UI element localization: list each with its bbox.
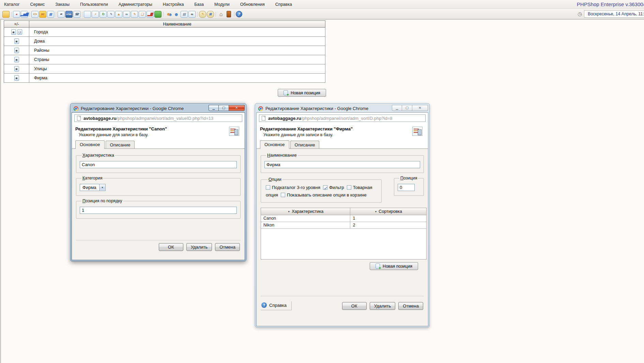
doc-refresh-icon[interactable]: ↻: [99, 11, 107, 18]
sort-arrow-icon[interactable]: ▼: [374, 210, 377, 213]
catalog-row-label[interactable]: Улицы: [29, 64, 325, 74]
code-export-icon[interactable]: <>: [31, 11, 39, 18]
address-box[interactable]: avtobaggage.ru/phpshop/admpanel/sort/adm…: [259, 114, 426, 122]
doc-sign-icon[interactable]: ✎: [107, 11, 114, 18]
address-box[interactable]: avtobaggage.ru/phpshop/admpanel/sort/adm…: [74, 114, 242, 122]
menu-item[interactable]: База: [194, 1, 204, 7]
catalog-header-toggle[interactable]: +/-: [4, 21, 29, 28]
cancel-button[interactable]: Отмена: [398, 302, 423, 310]
help-icon[interactable]: ?: [236, 11, 242, 17]
maximize-button[interactable]: [219, 105, 229, 111]
option-checkbox[interactable]: Подкаталог 3-го уровня: [266, 185, 320, 190]
doc-import-icon[interactable]: ⚡: [92, 11, 99, 18]
name-input[interactable]: [264, 161, 420, 168]
catalog-row[interactable]: Страны: [4, 55, 325, 64]
catalog-row[interactable]: Фирма: [4, 74, 325, 83]
ok-button[interactable]: ОК: [342, 302, 367, 310]
catalog-row-label[interactable]: Районы: [29, 46, 325, 55]
column-header-characteristic[interactable]: ▼Характеристика: [261, 208, 350, 215]
minimize-button[interactable]: [209, 105, 219, 111]
find-doc-icon[interactable]: ∞: [188, 11, 196, 18]
view-icon[interactable]: [14, 57, 19, 62]
open-folder-icon[interactable]: [2, 11, 10, 18]
catalog-row-label[interactable]: Дома: [29, 37, 325, 46]
tab-main[interactable]: Основное: [260, 140, 289, 149]
new-position-button[interactable]: Новая позиция: [278, 89, 326, 97]
home-icon[interactable]: ⌂: [217, 11, 225, 18]
menu-item[interactable]: Настройка: [162, 1, 185, 7]
checkbox-icon[interactable]: [281, 193, 285, 197]
users-icon[interactable]: ☻: [165, 11, 172, 18]
view-icon[interactable]: [14, 48, 19, 53]
column-header-sort[interactable]: ▼Сортировка: [350, 208, 426, 215]
html-icon[interactable]: HTML: [65, 11, 73, 18]
view-icon[interactable]: [11, 29, 16, 35]
menu-item[interactable]: Каталог: [3, 1, 20, 7]
plugin-icon[interactable]: [154, 11, 162, 18]
characteristic-name-cell[interactable]: Nikon: [261, 222, 350, 228]
backup-icon[interactable]: ▦: [47, 11, 54, 18]
stats-icon[interactable]: ▂▅▇: [21, 11, 28, 18]
maximize-button[interactable]: [402, 105, 412, 111]
title-bar[interactable]: Редактирование Характеристики - Google C…: [256, 105, 428, 112]
catalog-row[interactable]: Дома: [4, 37, 325, 46]
view-icon[interactable]: [14, 38, 19, 44]
checkbox-icon[interactable]: [323, 185, 327, 190]
copy-icon[interactable]: [17, 29, 22, 35]
catalog-header-name[interactable]: Наименование: [29, 21, 325, 28]
view-icon[interactable]: [14, 66, 19, 72]
db-save-icon[interactable]: ▦: [207, 11, 214, 18]
doc-stats-icon[interactable]: ▂▇: [147, 11, 154, 18]
phone-icon[interactable]: ☎: [73, 11, 80, 18]
new-doc-icon[interactable]: [84, 11, 91, 18]
position-input[interactable]: [80, 207, 237, 214]
user-icon[interactable]: ☻: [173, 11, 180, 18]
ok-button[interactable]: ОК: [159, 243, 183, 251]
option-checkbox[interactable]: Показывать описание опции в корзине: [281, 192, 367, 198]
db-edit-icon[interactable]: ✎: [199, 11, 206, 18]
chevron-down-icon[interactable]: ▼: [99, 184, 106, 191]
doc-warning-icon[interactable]: ▲: [115, 11, 122, 18]
catalog-row-label[interactable]: Фирма: [29, 74, 325, 83]
title-bar[interactable]: Редактирование Характеристики - Google C…: [72, 105, 245, 112]
tab-description[interactable]: Описание: [290, 141, 320, 148]
report-icon[interactable]: ◕: [13, 11, 20, 18]
menu-item[interactable]: Справка: [275, 1, 293, 7]
characteristic-row[interactable]: Nikon 2: [261, 222, 426, 228]
close-button[interactable]: [412, 105, 428, 111]
checkbox-icon[interactable]: [347, 185, 351, 190]
close-button[interactable]: [229, 105, 245, 111]
menu-item[interactable]: Администраторы: [118, 1, 153, 7]
1c-export-icon[interactable]: 1С: [39, 11, 46, 18]
doc-copy-icon[interactable]: ❏: [139, 11, 146, 18]
characteristic-name-cell[interactable]: Canon: [261, 215, 350, 222]
sort-arrow-icon[interactable]: ▼: [288, 210, 290, 213]
vcard-icon[interactable]: ▤: [181, 11, 188, 18]
delete-button[interactable]: Удалить: [370, 302, 396, 310]
option-checkbox[interactable]: Фильтр: [323, 185, 344, 190]
catalog-row[interactable]: Улицы: [4, 64, 325, 74]
delete-button[interactable]: Удалить: [186, 243, 212, 251]
catalog-row-label[interactable]: Страны: [29, 55, 325, 64]
menu-item[interactable]: Обновления: [240, 1, 265, 7]
doc-link-icon[interactable]: ∞: [123, 11, 130, 18]
checkbox-icon[interactable]: [266, 185, 270, 190]
characteristic-input[interactable]: [80, 161, 237, 168]
minimize-button[interactable]: [392, 105, 402, 111]
characteristic-order-cell[interactable]: 1: [350, 215, 426, 222]
catalog-row[interactable]: Города: [4, 28, 325, 37]
view-icon[interactable]: [14, 75, 19, 81]
exit-door-icon[interactable]: [227, 11, 231, 17]
doc-edit-icon[interactable]: ✎: [131, 11, 138, 18]
catalog-row[interactable]: Районы: [4, 46, 325, 55]
cancel-button[interactable]: Отмена: [215, 243, 240, 251]
position-input[interactable]: [398, 184, 415, 191]
menu-item[interactable]: Заказы: [55, 1, 70, 7]
stamp-icon[interactable]: ✒: [58, 11, 65, 18]
characteristic-row[interactable]: Canon 1: [261, 215, 426, 222]
menu-item[interactable]: Пользователи: [79, 1, 109, 7]
help-link[interactable]: ? Справка: [261, 301, 292, 310]
tab-description[interactable]: Описание: [106, 141, 135, 148]
characteristic-order-cell[interactable]: 2: [350, 222, 426, 228]
new-position-button[interactable]: Новая позиция: [370, 262, 418, 270]
